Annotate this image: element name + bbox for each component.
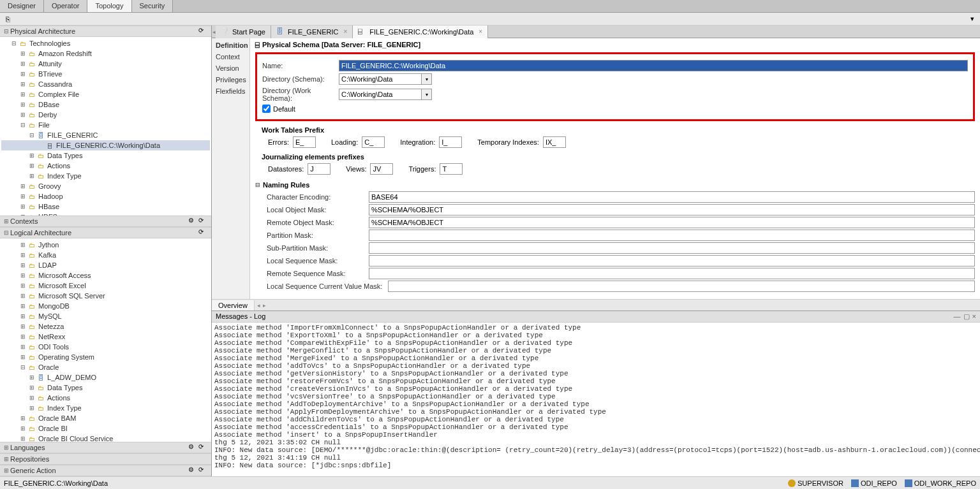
- tree-item[interactable]: ⊟🗀File: [1, 120, 210, 130]
- tree-item[interactable]: ⊞🗀Index Type: [1, 171, 210, 181]
- naming-rules-header[interactable]: ⊟Naming Rules: [255, 181, 975, 189]
- accordion-contexts[interactable]: ⊞ Contexts ⚙⟳: [0, 215, 211, 227]
- remote-seq-input[interactable]: [369, 268, 975, 279]
- remote-mask-input[interactable]: [369, 217, 975, 228]
- char-enc-input[interactable]: [369, 191, 975, 203]
- accordion-generic-action[interactable]: ⊞ Generic Action ⚙⟳: [0, 465, 211, 476]
- tree-technologies[interactable]: ⊟🗀Technologies: [1, 38, 210, 48]
- tree-item[interactable]: ⊟🗀Oracle: [1, 362, 210, 372]
- tab-scroll-left-icon[interactable]: ◂: [256, 302, 262, 309]
- nav-flexfields[interactable]: Flexfields: [212, 85, 249, 97]
- editor-tab-filegeneric[interactable]: 🗄FILE_GENERIC×: [271, 26, 353, 38]
- tree-item[interactable]: ⊞🗀MongoDB: [1, 301, 210, 311]
- tree-item[interactable]: ⊞🗀Microsoft SQL Server: [1, 291, 210, 301]
- tree-item[interactable]: ⊞🗀DBase: [1, 99, 210, 110]
- tree-item[interactable]: ⊞🗀Cassandra: [1, 79, 210, 89]
- refresh-icon[interactable]: ⟳: [198, 466, 207, 475]
- folder-icon: 🗀: [36, 151, 46, 160]
- tree-item[interactable]: ⊞🗀Hadoop: [1, 191, 210, 201]
- tree-item[interactable]: ⊞🗀Oracle BI: [1, 423, 210, 434]
- tree-item[interactable]: ⊞🗀BTrieve: [1, 69, 210, 79]
- tree-item[interactable]: ⊞🗀MySQL: [1, 311, 210, 321]
- editor-tab-schema[interactable]: ⌸FILE_GENERIC.C:\Working\Data×: [353, 26, 488, 38]
- overview-tab[interactable]: Overview: [212, 300, 255, 310]
- tab-designer[interactable]: Designer: [0, 0, 44, 12]
- action-icon[interactable]: ⚙: [188, 443, 197, 452]
- name-input[interactable]: [339, 60, 968, 71]
- close-icon[interactable]: ×: [343, 28, 347, 35]
- tab-topology[interactable]: Topology: [87, 0, 131, 12]
- tab-operator[interactable]: Operator: [44, 0, 87, 12]
- tempidx-input[interactable]: [543, 136, 566, 148]
- highlighted-section: Name: Directory (Schema): ▾ Directory (W…: [255, 52, 975, 121]
- tree-item[interactable]: ⊞🗀Microsoft Access: [1, 270, 210, 281]
- tab-security[interactable]: Security: [132, 0, 174, 12]
- nav-definition[interactable]: Definition: [212, 40, 249, 51]
- logical-tree[interactable]: ⊞🗀Jython⊞🗀Kafka⊞🗀LDAP⊞🗀Microsoft Access⊞…: [0, 238, 211, 442]
- dropdown-icon[interactable]: ▾: [422, 89, 432, 100]
- tree-item[interactable]: ⊞🗀Data Types: [1, 150, 210, 161]
- tree-item[interactable]: ⊞🗀Operating System: [1, 352, 210, 362]
- dir-work-input[interactable]: [339, 89, 422, 100]
- refresh-icon[interactable]: ⟳: [198, 217, 207, 226]
- accordion-physical-arch[interactable]: ⊟ Physical Architecture ⟳: [0, 26, 211, 37]
- tree-item[interactable]: ⊞🗀Kafka: [1, 250, 210, 260]
- tree-item[interactable]: ⊞🗀Jython: [1, 240, 210, 250]
- action-icon[interactable]: ⚙: [188, 466, 197, 475]
- tab-scroll-right-icon[interactable]: ▸: [262, 302, 267, 309]
- tree-item[interactable]: ⊞🗀Derby: [1, 110, 210, 120]
- refresh-icon[interactable]: ⟳: [198, 228, 207, 237]
- views-input[interactable]: [370, 163, 393, 175]
- tree-item[interactable]: ⊞🗀Netezza: [1, 321, 210, 332]
- tree-item[interactable]: ⊞🗀Groovy: [1, 181, 210, 191]
- local-mask-input[interactable]: [369, 204, 975, 215]
- tree-item-schema[interactable]: ⌸FILE_GENERIC.C:\Working\Data: [1, 140, 210, 150]
- partition-input[interactable]: [369, 230, 975, 241]
- toolbar-btn[interactable]: ⎘: [3, 14, 13, 24]
- integration-input[interactable]: [439, 136, 462, 148]
- toolbar-btn-right[interactable]: ▾: [967, 14, 977, 24]
- nav-version[interactable]: Version: [212, 62, 249, 74]
- tree-item[interactable]: ⊞🗀Oracle BI Cloud Service: [1, 434, 210, 442]
- accordion-repositories[interactable]: ⊞ Repositories: [0, 453, 211, 465]
- refresh-icon[interactable]: ⟳: [198, 27, 207, 36]
- messages-log-body[interactable]: Associate method 'ImportFromXmlConnect' …: [212, 323, 980, 476]
- datastores-input[interactable]: [308, 163, 330, 175]
- minimize-icon[interactable]: —: [954, 312, 961, 321]
- tree-item[interactable]: ⊞🗀Actions: [1, 161, 210, 171]
- editor-tab-startpage[interactable]: ❔Start Page: [216, 26, 271, 38]
- tree-item[interactable]: ⊞🗀Oracle BAM: [1, 413, 210, 423]
- tree-item[interactable]: ⊞🗀LDAP: [1, 260, 210, 270]
- tree-item-server[interactable]: ⊟🗄FILE_GENERIC: [1, 130, 210, 140]
- loading-input[interactable]: [362, 136, 385, 148]
- nav-privileges[interactable]: Privileges: [212, 74, 249, 85]
- local-seq-cur-input[interactable]: [388, 281, 975, 292]
- tree-item[interactable]: ⊞🗀Data Types: [1, 383, 210, 393]
- dir-schema-input[interactable]: [339, 73, 422, 85]
- tree-item[interactable]: ⊞🗀ODI Tools: [1, 342, 210, 352]
- refresh-icon[interactable]: ⟳: [198, 443, 207, 452]
- tree-item[interactable]: ⊞🗀Microsoft Excel: [1, 281, 210, 291]
- dropdown-icon[interactable]: ▾: [422, 73, 432, 85]
- default-checkbox[interactable]: [262, 105, 271, 113]
- close-icon[interactable]: ×: [479, 28, 482, 35]
- tree-item[interactable]: ⊞🗀Amazon Redshift: [1, 48, 210, 59]
- local-seq-input[interactable]: [369, 255, 975, 266]
- tree-item[interactable]: ⊞🗄L_ADW_DEMO: [1, 372, 210, 383]
- errors-input[interactable]: [293, 136, 316, 148]
- tree-item[interactable]: ⊞🗀NetRexx: [1, 332, 210, 342]
- accordion-logical-arch[interactable]: ⊟ Logical Architecture ⟳: [0, 227, 211, 238]
- tree-item[interactable]: ⊞🗀Actions: [1, 393, 210, 403]
- triggers-input[interactable]: [440, 163, 463, 175]
- tree-item[interactable]: ⊞🗀Index Type: [1, 403, 210, 413]
- close-icon[interactable]: ×: [972, 312, 976, 321]
- subpartition-input[interactable]: [369, 242, 975, 254]
- tree-item[interactable]: ⊞🗀Attunity: [1, 59, 210, 69]
- tree-item[interactable]: ⊞🗀Complex File: [1, 89, 210, 99]
- tree-item[interactable]: ⊞🗀HBase: [1, 201, 210, 212]
- physical-tree[interactable]: ⊟🗀Technologies ⊞🗀Amazon Redshift⊞🗀Attuni…: [0, 37, 211, 215]
- action-icon[interactable]: ⚙: [188, 217, 197, 226]
- nav-context[interactable]: Context: [212, 51, 249, 62]
- accordion-languages[interactable]: ⊞ Languages ⚙⟳: [0, 442, 211, 453]
- restore-icon[interactable]: ▢: [963, 312, 970, 321]
